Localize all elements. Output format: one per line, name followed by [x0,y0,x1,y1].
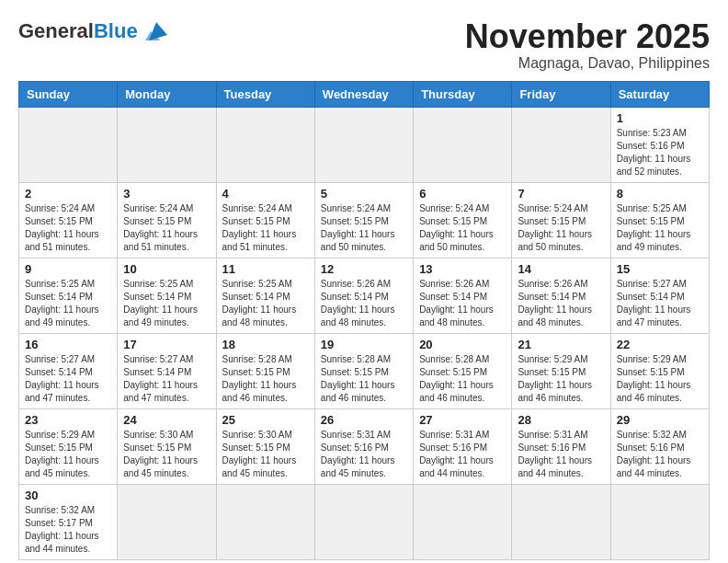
day-number: 15 [617,262,703,276]
day-header-sunday: Sunday [19,81,118,107]
day-header-saturday: Saturday [610,81,709,107]
day-number: 6 [419,187,506,201]
calendar-week-row: 2Sunrise: 5:24 AMSunset: 5:15 PMDaylight… [19,182,710,258]
calendar-cell [118,107,216,182]
calendar-cell: 1Sunrise: 5:23 AMSunset: 5:16 PMDaylight… [610,107,709,182]
calendar-cell [512,107,610,182]
calendar-cell: 27Sunrise: 5:31 AMSunset: 5:16 PMDayligh… [414,408,512,484]
title-area: November 2025 Magnaga, Davao, Philippine… [465,18,710,72]
calendar-cell: 29Sunrise: 5:32 AMSunset: 5:16 PMDayligh… [610,408,709,484]
day-number: 20 [419,338,506,351]
calendar-cell: 26Sunrise: 5:31 AMSunset: 5:16 PMDayligh… [314,408,413,484]
day-number: 1 [617,111,703,125]
day-info: Sunrise: 5:29 AMSunset: 5:15 PMDaylight:… [25,429,111,480]
day-number: 24 [123,413,210,427]
calendar-cell: 14Sunrise: 5:26 AMSunset: 5:14 PMDayligh… [512,258,610,333]
day-number: 28 [518,413,604,427]
day-number: 5 [321,187,407,201]
calendar-cell: 25Sunrise: 5:30 AMSunset: 5:15 PMDayligh… [216,408,314,484]
calendar-cell: 4Sunrise: 5:24 AMSunset: 5:15 PMDaylight… [216,182,314,258]
calendar-cell: 30Sunrise: 5:32 AMSunset: 5:17 PMDayligh… [19,484,118,559]
calendar-cell: 20Sunrise: 5:28 AMSunset: 5:15 PMDayligh… [414,333,512,408]
day-info: Sunrise: 5:30 AMSunset: 5:15 PMDaylight:… [123,429,210,480]
day-info: Sunrise: 5:29 AMSunset: 5:15 PMDaylight:… [518,353,604,405]
day-info: Sunrise: 5:24 AMSunset: 5:15 PMDaylight:… [321,202,407,254]
day-header-tuesday: Tuesday [216,81,314,107]
day-info: Sunrise: 5:26 AMSunset: 5:14 PMDaylight:… [321,278,407,329]
day-info: Sunrise: 5:24 AMSunset: 5:15 PMDaylight:… [518,202,604,254]
day-number: 8 [617,187,703,201]
day-info: Sunrise: 5:32 AMSunset: 5:16 PMDaylight:… [617,429,703,480]
calendar-cell: 3Sunrise: 5:24 AMSunset: 5:15 PMDaylight… [118,182,216,258]
calendar-cell: 8Sunrise: 5:25 AMSunset: 5:15 PMDaylight… [610,182,709,258]
day-info: Sunrise: 5:28 AMSunset: 5:15 PMDaylight:… [321,353,407,405]
calendar-cell: 23Sunrise: 5:29 AMSunset: 5:15 PMDayligh… [19,408,118,484]
day-number: 27 [419,413,506,427]
logo-icon [142,18,171,44]
location: Magnaga, Davao, Philippines [465,55,710,72]
calendar-cell [314,484,413,559]
day-number: 30 [25,488,111,502]
calendar-cell: 15Sunrise: 5:27 AMSunset: 5:14 PMDayligh… [610,258,709,333]
calendar-cell: 7Sunrise: 5:24 AMSunset: 5:15 PMDaylight… [512,182,610,258]
calendar-cell: 2Sunrise: 5:24 AMSunset: 5:15 PMDaylight… [19,182,118,258]
day-number: 14 [518,262,604,276]
calendar-cell: 10Sunrise: 5:25 AMSunset: 5:14 PMDayligh… [118,258,216,333]
day-header-friday: Friday [512,81,610,107]
calendar-cell: 19Sunrise: 5:28 AMSunset: 5:15 PMDayligh… [314,333,413,408]
day-info: Sunrise: 5:27 AMSunset: 5:14 PMDaylight:… [123,353,210,405]
day-info: Sunrise: 5:32 AMSunset: 5:17 PMDaylight:… [25,504,111,556]
day-number: 12 [321,262,407,276]
day-header-wednesday: Wednesday [314,81,413,107]
day-number: 23 [25,413,111,427]
calendar-cell: 16Sunrise: 5:27 AMSunset: 5:14 PMDayligh… [19,333,118,408]
logo-general: General [18,19,94,42]
calendar-cell [216,484,314,559]
page-header: GeneralBlue November 2025 Magnaga, Davao… [18,18,710,72]
day-number: 18 [222,338,309,351]
day-number: 22 [617,338,703,351]
day-number: 11 [222,262,309,276]
calendar-week-row: 23Sunrise: 5:29 AMSunset: 5:15 PMDayligh… [19,408,710,484]
day-number: 10 [123,262,210,276]
day-number: 3 [123,187,210,201]
month-title: November 2025 [465,18,710,55]
day-number: 2 [25,187,111,201]
day-number: 17 [123,338,210,351]
day-info: Sunrise: 5:23 AMSunset: 5:16 PMDaylight:… [617,127,703,178]
day-info: Sunrise: 5:31 AMSunset: 5:16 PMDaylight:… [419,429,506,480]
calendar-cell [19,107,118,182]
day-info: Sunrise: 5:27 AMSunset: 5:14 PMDaylight:… [617,278,703,329]
calendar-week-row: 30Sunrise: 5:32 AMSunset: 5:17 PMDayligh… [19,484,710,559]
calendar-cell: 24Sunrise: 5:30 AMSunset: 5:15 PMDayligh… [118,408,216,484]
day-info: Sunrise: 5:26 AMSunset: 5:14 PMDaylight:… [419,278,506,329]
day-header-monday: Monday [118,81,216,107]
day-info: Sunrise: 5:31 AMSunset: 5:16 PMDaylight:… [321,429,407,480]
day-info: Sunrise: 5:29 AMSunset: 5:15 PMDaylight:… [617,353,703,405]
day-number: 7 [518,187,604,201]
logo-blue: Blue [94,19,138,42]
day-info: Sunrise: 5:28 AMSunset: 5:15 PMDaylight:… [419,353,506,405]
day-number: 13 [419,262,506,276]
day-info: Sunrise: 5:30 AMSunset: 5:15 PMDaylight:… [222,429,309,480]
calendar-cell: 12Sunrise: 5:26 AMSunset: 5:14 PMDayligh… [314,258,413,333]
calendar-cell: 9Sunrise: 5:25 AMSunset: 5:14 PMDaylight… [19,258,118,333]
day-number: 4 [222,187,309,201]
calendar-cell [414,484,512,559]
calendar-cell: 5Sunrise: 5:24 AMSunset: 5:15 PMDaylight… [314,182,413,258]
day-number: 25 [222,413,309,427]
calendar-cell: 6Sunrise: 5:24 AMSunset: 5:15 PMDaylight… [414,182,512,258]
day-info: Sunrise: 5:25 AMSunset: 5:14 PMDaylight:… [123,278,210,329]
day-info: Sunrise: 5:28 AMSunset: 5:15 PMDaylight:… [222,353,309,405]
logo: GeneralBlue [18,18,171,44]
calendar-cell [414,107,512,182]
calendar-cell: 17Sunrise: 5:27 AMSunset: 5:14 PMDayligh… [118,333,216,408]
day-info: Sunrise: 5:25 AMSunset: 5:14 PMDaylight:… [25,278,111,329]
calendar-week-row: 16Sunrise: 5:27 AMSunset: 5:14 PMDayligh… [19,333,710,408]
day-info: Sunrise: 5:27 AMSunset: 5:14 PMDaylight:… [25,353,111,405]
day-info: Sunrise: 5:24 AMSunset: 5:15 PMDaylight:… [25,202,111,254]
day-number: 26 [321,413,407,427]
calendar-header-row: SundayMondayTuesdayWednesdayThursdayFrid… [19,81,710,107]
calendar-cell [216,107,314,182]
calendar-cell: 22Sunrise: 5:29 AMSunset: 5:15 PMDayligh… [610,333,709,408]
